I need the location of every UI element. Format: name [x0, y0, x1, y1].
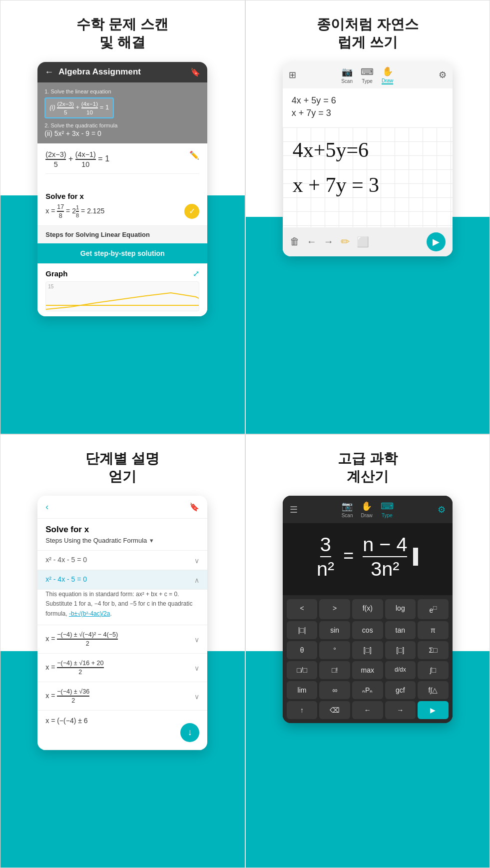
- pencil-icon[interactable]: ✏: [341, 235, 350, 248]
- key-lim[interactable]: lim: [287, 681, 318, 699]
- draw-tool[interactable]: ✋ Draw: [382, 66, 393, 84]
- handwriting-area[interactable]: 4x+5y=6 x + 7y = 3: [283, 127, 453, 227]
- calc-type-tool[interactable]: ⌨ Type: [381, 501, 394, 518]
- type-label: Type: [362, 78, 373, 84]
- graph-expand-icon[interactable]: ⤢: [193, 269, 199, 278]
- eq-line2: x + 7y = 3: [292, 108, 444, 118]
- cell-scan-solve: 수학 문제 스캔 및 해결 ← Algebra Assignment 🔖 1. …: [0, 0, 245, 434]
- calc-keyboard-icon: ⌨: [381, 501, 394, 512]
- trash-icon[interactable]: 🗑: [290, 236, 300, 247]
- calc-scan-tool[interactable]: 📷 Scan: [342, 501, 353, 518]
- cell-steps: 단계별 설명 얻기 ‹ 🔖 Solve for x Steps Using th…: [0, 434, 245, 868]
- calc-toolbar: ☰ 📷 Scan ✋ Draw ⌨ Type ⚙: [283, 496, 453, 523]
- step5-chevron[interactable]: ∨: [194, 692, 199, 701]
- key-deriv[interactable]: d/dx: [385, 661, 416, 679]
- steps-label: Steps for Solving Linear Equation: [37, 225, 207, 243]
- type-tool[interactable]: ⌨ Type: [361, 66, 374, 84]
- undo-icon[interactable]: ←: [307, 236, 317, 247]
- cell-calculator: 고급 과학 계산기 ☰ 📷 Scan ✋ Draw ⌨ Type: [245, 434, 490, 868]
- step1-eq: x² - 4x - 5 = 0: [45, 556, 194, 564]
- key-fx[interactable]: f(x): [352, 599, 383, 619]
- step4-chevron[interactable]: ∨: [194, 663, 199, 672]
- key-fact[interactable]: □!: [319, 661, 350, 679]
- key-frac[interactable]: □/□: [287, 661, 318, 679]
- scan-preview: 1. Solve the linear equation (i) (2x−3)5…: [37, 82, 207, 143]
- steps-card-header: ‹ 🔖: [37, 496, 207, 519]
- result-card: (2x−3)5 + (4x−1)10 = 1 ✏️: [37, 143, 207, 186]
- key-up[interactable]: ↑: [287, 701, 318, 719]
- key-tan[interactable]: tan: [385, 621, 416, 639]
- steps-formula-label: Steps Using the Quadratic Formula ▾: [37, 537, 207, 550]
- steps-back-icon[interactable]: ‹: [45, 502, 48, 512]
- graph-title: Graph: [45, 269, 67, 278]
- key-bracket1[interactable]: [□]: [352, 641, 383, 659]
- key-abs[interactable]: |□|: [287, 621, 318, 639]
- key-perm[interactable]: ₙPₙ: [352, 681, 383, 699]
- calc-draw-tool[interactable]: ✋ Draw: [361, 501, 372, 518]
- dropdown-arrow-icon[interactable]: ▾: [150, 537, 153, 544]
- back-icon[interactable]: ←: [44, 67, 53, 77]
- step1-chevron: ∨: [194, 556, 199, 565]
- key-right[interactable]: →: [385, 701, 416, 719]
- draw-icon: ✋: [382, 66, 393, 77]
- steps-bookmark-icon[interactable]: 🔖: [189, 502, 199, 512]
- key-gcf[interactable]: gcf: [385, 681, 416, 699]
- write-toolbar: ⊞ 📷 Scan ⌨ Type ✋ Draw ⚙: [283, 62, 453, 88]
- step4: x = −(−4) ± √16 + 202 ∨: [37, 653, 207, 682]
- step-row-2[interactable]: x² - 4x - 5 = 0 ∧: [37, 570, 207, 589]
- key-fint[interactable]: f∫△: [418, 681, 449, 699]
- scan-equation: (i) (2x−3)5 + (4x−1)10 = 1: [44, 97, 114, 118]
- key-theta[interactable]: θ: [287, 641, 318, 659]
- key-degree[interactable]: °: [319, 641, 350, 659]
- key-backspace[interactable]: ⌫: [319, 701, 350, 719]
- eraser-icon[interactable]: ⬜: [357, 236, 369, 248]
- key-max[interactable]: max: [352, 661, 383, 679]
- scan-tool[interactable]: 📷 Scan: [341, 66, 353, 84]
- calc-display: 3n² = n − 43n²: [283, 523, 453, 595]
- key-sin[interactable]: sin: [319, 621, 350, 639]
- send-button[interactable]: ▶: [427, 232, 446, 251]
- calc-list-icon[interactable]: ☰: [290, 504, 298, 515]
- cell1-title: 수학 문제 스캔 및 해결: [76, 15, 168, 52]
- key-integral[interactable]: ∫□: [418, 661, 449, 679]
- key-go[interactable]: ▶: [418, 701, 449, 719]
- step-row-1[interactable]: x² - 4x - 5 = 0 ∨: [37, 550, 207, 570]
- calc-type-label: Type: [382, 513, 393, 518]
- scroll-down-button[interactable]: ↓: [180, 723, 199, 742]
- graph-section: Graph ⤢ 15: [37, 263, 207, 316]
- key-cos[interactable]: cos: [352, 621, 383, 639]
- cell4-title: 고급 과학 계산기: [338, 450, 398, 486]
- key-sigma[interactable]: Σ□: [418, 641, 449, 659]
- redo-icon[interactable]: →: [324, 236, 334, 247]
- key-log[interactable]: log: [385, 599, 416, 619]
- eq-line1: 4x + 5y = 6: [292, 95, 444, 106]
- quadratic-formula-link[interactable]: -b±√(b²-4ac)/2a: [69, 610, 110, 617]
- text-cursor: [413, 548, 418, 566]
- settings-icon[interactable]: ⚙: [439, 69, 447, 80]
- calc-card: ☰ 📷 Scan ✋ Draw ⌨ Type ⚙: [283, 496, 453, 723]
- calc-draw-icon: ✋: [361, 501, 372, 512]
- write-bottom-toolbar: 🗑 ← → ✏ ⬜ ▶: [283, 227, 453, 256]
- solve-row: x = 178 = 218 = 2.125 ✓: [45, 203, 199, 219]
- step3-chevron[interactable]: ∨: [194, 635, 199, 644]
- key-left[interactable]: ←: [352, 701, 383, 719]
- key-inf[interactable]: ∞: [319, 681, 350, 699]
- key-ex[interactable]: e□: [418, 599, 449, 619]
- tool-buttons: 📷 Scan ⌨ Type ✋ Draw: [341, 66, 393, 84]
- solve-title: Solve for x: [45, 192, 199, 200]
- calc-equation: 3n² = n − 43n²: [317, 533, 418, 580]
- hw-line2: x + 7y = 3: [293, 172, 443, 197]
- steps-card-wrapper: ‹ 🔖 Solve for x Steps Using the Quadrati…: [37, 496, 207, 750]
- formula-text: Steps Using the Quadratic Formula: [45, 537, 147, 544]
- key-bracket2[interactable]: [□]: [385, 641, 416, 659]
- bookmark-icon[interactable]: 🔖: [190, 67, 200, 77]
- calc-scan-label: Scan: [342, 513, 353, 518]
- key-gt[interactable]: >: [319, 599, 350, 619]
- get-steps-button[interactable]: Get step-by-step solution: [37, 243, 207, 263]
- key-pi[interactable]: π: [418, 621, 449, 639]
- key-lt[interactable]: <: [287, 599, 318, 619]
- phone-title: Algebra Assignment: [58, 67, 185, 77]
- steps-solve-title: Solve for x: [37, 519, 207, 537]
- step4-eq: x = −(−4) ± √16 + 202: [45, 660, 194, 676]
- calc-settings-icon[interactable]: ⚙: [438, 504, 446, 515]
